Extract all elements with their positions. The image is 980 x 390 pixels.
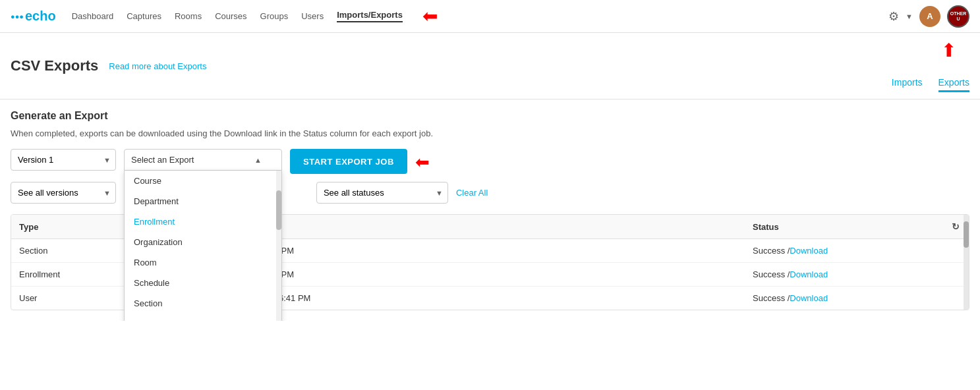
export-select-label: Select an Export — [131, 155, 194, 165]
dropdown-scrollbar-thumb[interactable] — [276, 190, 281, 230]
row2-type: Enrollment — [11, 263, 143, 287]
row1-time: 5/2021 06:29:53 PM — [209, 239, 745, 263]
see-all-versions-select[interactable]: See all versions — [11, 182, 116, 204]
nav-link-users[interactable]: Users — [301, 11, 324, 21]
tab-links: ⬆ Imports Exports — [892, 40, 969, 92]
export-dropdown: Course Department Enrollment Organizatio… — [124, 171, 282, 321]
table-scrollbar[interactable] — [964, 215, 969, 310]
nav-link-groups[interactable]: Groups — [260, 11, 289, 21]
controls-row: Version 1 ▼ Select an Export ▲ Course De… — [11, 149, 969, 174]
page-header: CSV Exports Read more about Exports ⬆ Im… — [0, 33, 980, 99]
row3-status-text: Success / — [753, 293, 790, 303]
export-select-wrapper: Select an Export ▲ Course Department Enr… — [124, 149, 282, 171]
export-select-display[interactable]: Select an Export ▲ — [124, 149, 282, 171]
generate-description: When completed, exports can be downloade… — [11, 128, 969, 138]
dropdown-item-organization[interactable]: Organization — [125, 232, 281, 252]
nav-link-courses[interactable]: Courses — [215, 11, 246, 21]
chevron-icon[interactable]: ▼ — [906, 13, 913, 20]
tab-exports[interactable]: Exports — [938, 77, 969, 92]
logo-text: echo — [25, 9, 56, 24]
start-export-button[interactable]: START EXPORT JOB — [290, 149, 407, 174]
table-scrollbar-thumb[interactable] — [964, 221, 969, 248]
nav-right: ⚙ ▼ A OTHER U — [888, 5, 969, 28]
dropdown-item-department[interactable]: Department — [125, 191, 281, 211]
col-type: Type — [11, 215, 143, 239]
tab-imports[interactable]: Imports — [892, 77, 923, 92]
row3-status: Success /Download — [745, 287, 942, 310]
row3-time: 02/03/2021 03:56:41 PM — [209, 287, 745, 310]
row2-status: Success /Download — [745, 263, 942, 287]
dropdown-item-term[interactable]: Term ▼ — [125, 314, 281, 321]
generate-title: Generate an Export — [11, 110, 969, 122]
dropdown-scroll-down-icon: ▼ — [265, 320, 272, 321]
nav-link-imports-exports[interactable]: Imports/Exports — [337, 10, 403, 22]
page-title-area: CSV Exports Read more about Exports — [11, 57, 206, 74]
dropdown-item-room[interactable]: Room — [125, 252, 281, 273]
col-time: time — [209, 215, 745, 239]
logo[interactable]: ●●● echo — [11, 9, 56, 24]
dropdown-item-schedule[interactable]: Schedule — [125, 273, 281, 293]
version-select[interactable]: Version 1 — [11, 149, 116, 171]
avatar[interactable]: A — [919, 6, 940, 27]
exports-tab-arrow: ⬆ — [941, 40, 956, 61]
export-chevron-up-icon: ▲ — [254, 156, 262, 164]
read-more-link[interactable]: Read more about Exports — [109, 61, 206, 71]
row1-status: Success /Download — [745, 239, 942, 263]
see-all-versions-select-wrapper: See all versions ▼ — [11, 182, 116, 204]
main-content: Generate an Export When completed, expor… — [0, 99, 980, 321]
nav-link-rooms[interactable]: Rooms — [175, 11, 202, 21]
gear-icon[interactable]: ⚙ — [888, 9, 899, 24]
version-select-wrapper: Version 1 ▼ — [11, 149, 116, 171]
row3-download-link[interactable]: Download — [790, 293, 828, 303]
row2-status-text: Success / — [753, 269, 790, 279]
row2-download-link[interactable]: Download — [790, 269, 828, 279]
row1-status-text: Success / — [753, 246, 790, 256]
navbar: ●●● echo Dashboard Captures Rooms Course… — [0, 0, 980, 33]
row1-type: Section — [11, 239, 143, 263]
university-badge: OTHER U — [947, 5, 969, 28]
row1-download-link[interactable]: Download — [790, 246, 828, 256]
dropdown-item-section[interactable]: Section — [125, 293, 281, 314]
col-status: Status — [745, 215, 942, 239]
clear-all-link[interactable]: Clear All — [456, 188, 488, 198]
page-title: CSV Exports — [11, 57, 98, 74]
row3-type: User — [11, 287, 143, 310]
nav-links: Dashboard Captures Rooms Courses Groups … — [72, 5, 888, 27]
nav-link-dashboard[interactable]: Dashboard — [72, 11, 114, 21]
dropdown-scrollbar — [276, 171, 281, 321]
dropdown-item-course[interactable]: Course — [125, 171, 281, 191]
start-button-arrow: ⬅ — [415, 152, 430, 173]
status-select[interactable]: See all statuses — [316, 182, 448, 204]
filter-row: See all statuses ▼ Clear All — [316, 182, 488, 204]
dropdown-item-enrollment[interactable]: Enrollment — [125, 211, 281, 232]
nav-arrow-decoration: ⬅ — [422, 5, 438, 27]
status-select-wrapper: See all statuses ▼ — [316, 182, 448, 204]
nav-link-captures[interactable]: Captures — [127, 11, 161, 21]
row2-time: 3/2021 04:05:35 PM — [209, 263, 745, 287]
